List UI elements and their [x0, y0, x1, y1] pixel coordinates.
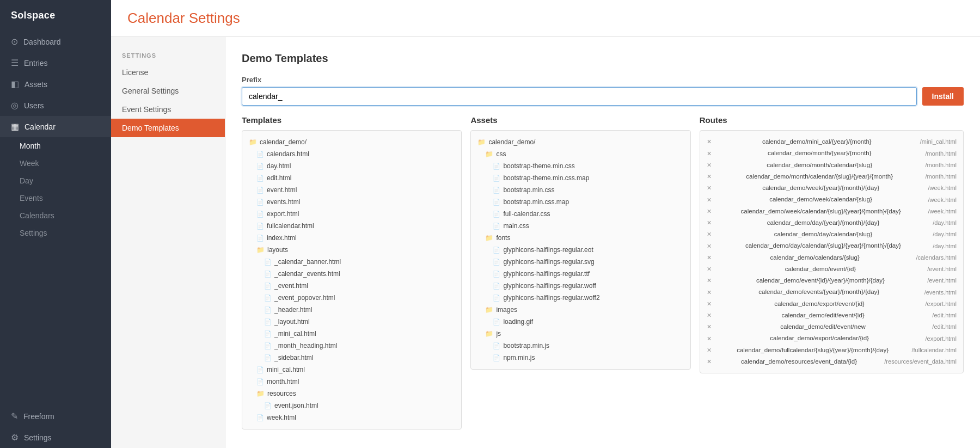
tree-item: 📄_event.html [249, 280, 455, 292]
route-path: calendar_demo/export/calendar/{id} [770, 334, 869, 343]
tree-item: 📄edit.html [249, 172, 455, 184]
route-row: ✕calendar_demo/month/calendar/{slug}/{ye… [707, 171, 957, 182]
tree-item-label: main.css [503, 221, 529, 231]
tree-item-label: bootstrap.min.css [503, 185, 554, 195]
route-file: /edit.html [932, 322, 957, 332]
nav-general[interactable]: General Settings [111, 82, 225, 100]
prefix-input[interactable] [242, 87, 917, 106]
route-file: /week.html [928, 183, 957, 193]
sidebar-sub-settings[interactable]: Settings [0, 224, 111, 242]
route-file: /export.html [926, 334, 957, 343]
tree-item: 📁calendar_demo/ [477, 136, 683, 148]
tree-item: 📄index.html [249, 232, 455, 244]
tree-item: 📄fullcalendar.html [249, 220, 455, 232]
tree-item: 📄month.html [249, 376, 455, 388]
file-icon: 📄 [264, 329, 272, 339]
file-icon: 📄 [264, 317, 272, 327]
tree-item: 📄bootstrap.min.css.map [477, 196, 683, 208]
tree-item-label: event.json.html [274, 401, 318, 410]
route-x-icon: ✕ [707, 288, 712, 297]
sidebar-sub-day[interactable]: Day [0, 172, 111, 189]
file-icon: 📄 [256, 234, 264, 243]
tree-item: 📄_mini_cal.html [249, 328, 455, 340]
tree-item: 📄glyphicons-halflings-regular.woff [477, 280, 683, 292]
install-button[interactable]: Install [922, 87, 964, 106]
tree-item-label: loading.gif [503, 317, 533, 327]
sidebar-sub-calendars[interactable]: Calendars [0, 207, 111, 224]
tree-item: 📄_event_popover.html [249, 292, 455, 304]
assets-icon: ◧ [11, 79, 19, 89]
route-path: calendar_demo/export/event/{id} [774, 299, 865, 309]
route-file: /week.html [928, 195, 957, 205]
sidebar-item-calendar[interactable]: ▦ Calendar [0, 116, 111, 137]
tree-item: 📁resources [249, 388, 455, 400]
routes-col-title: Routes [700, 115, 964, 125]
route-row: ✕calendar_demo/edit/event/{id}/edit.html [707, 310, 957, 321]
tree-item-label: export.html [267, 209, 299, 219]
file-icon: 📄 [264, 293, 272, 303]
file-icon: 📄 [493, 210, 500, 219]
route-path: calendar_demo/week/{year}/{month}/{day} [762, 183, 879, 193]
file-icon: 📄 [264, 269, 272, 279]
tree-item: 📁calendar_demo/ [249, 136, 455, 148]
sidebar: Solspace ⊙ Dashboard ☰ Entries ◧ Assets … [0, 0, 111, 448]
freeform-icon: ✎ [11, 411, 18, 421]
tree-item: 📄_month_heading.html [249, 340, 455, 352]
tree-item-label: calendar_demo/ [260, 137, 307, 147]
assets-tree: 📁calendar_demo/📁css📄bootstrap-theme.min.… [470, 130, 690, 370]
tree-item: 📄calendars.html [249, 148, 455, 160]
file-icon: 📄 [256, 210, 264, 219]
route-file: /week.html [928, 207, 957, 216]
sidebar-item-assets[interactable]: ◧ Assets [0, 73, 111, 95]
file-icon: 📄 [493, 186, 500, 195]
sidebar-item-settings[interactable]: ⚙ Settings [0, 427, 111, 448]
tree-item-label: _calendar_banner.html [274, 257, 341, 267]
route-row: ✕calendar_demo/export/calendar/{id}/expo… [707, 333, 957, 344]
tree-item-label: js [496, 329, 501, 339]
sidebar-sub-month[interactable]: Month [0, 137, 111, 155]
file-icon: 📄 [264, 305, 272, 315]
file-icon: 📄 [256, 150, 264, 159]
nav-event[interactable]: Event Settings [111, 100, 225, 119]
nav-license[interactable]: License [111, 63, 225, 82]
file-icon: 📄 [493, 257, 500, 267]
sidebar-item-freeform[interactable]: ✎ Freeform [0, 406, 111, 427]
tree-item: 📄main.css [477, 220, 683, 232]
sidebar-item-dashboard[interactable]: ⊙ Dashboard [0, 31, 111, 52]
route-x-icon: ✕ [707, 311, 712, 320]
tree-item: 📄glyphicons-halflings-regular.woff2 [477, 292, 683, 304]
file-icon: 📄 [493, 246, 500, 255]
route-x-icon: ✕ [707, 161, 712, 170]
assets-col-title: Assets [470, 115, 690, 125]
file-icon: 📄 [493, 281, 500, 291]
tree-item: 📄day.html [249, 160, 455, 172]
file-icon: 📄 [264, 401, 272, 410]
route-x-icon: ✕ [707, 242, 712, 251]
tree-item: 📄loading.gif [477, 316, 683, 328]
route-x-icon: ✕ [707, 322, 712, 332]
file-icon: 📄 [493, 317, 500, 327]
tree-item-label: mini_cal.html [267, 365, 305, 375]
route-file: /resources/event_data.html [884, 357, 957, 366]
sidebar-item-label: Users [24, 101, 44, 110]
sidebar-sub-events[interactable]: Events [0, 189, 111, 207]
tree-item-label: bootstrap.min.js [503, 341, 549, 351]
sidebar-item-entries[interactable]: ☰ Entries [0, 52, 111, 73]
templates-tree: 📁calendar_demo/📄calendars.html📄day.html📄… [242, 130, 462, 429]
nav-demo[interactable]: Demo Templates [111, 119, 225, 137]
route-row: ✕calendar_demo/mini_cal/{year}/{month}/m… [707, 136, 957, 148]
route-row: ✕calendar_demo/day/calendar/{slug}/{year… [707, 240, 957, 251]
route-path: calendar_demo/events/{year}/{month}/{day… [758, 287, 879, 297]
route-row: ✕calendar_demo/resources/event_data/{id}… [707, 356, 957, 367]
route-file: /fullcalendar.html [911, 346, 957, 355]
tree-item: 📄event.json.html [249, 400, 455, 412]
tree-item-label: glyphicons-halflings-regular.woff [503, 281, 596, 291]
route-x-icon: ✕ [707, 276, 712, 285]
folder-icon: 📁 [485, 305, 493, 315]
route-row: ✕calendar_demo/calendars/{slug}/calendar… [707, 252, 957, 263]
tree-item-label: glyphicons-halflings-regular.woff2 [503, 293, 599, 303]
sidebar-item-users[interactable]: ◎ Users [0, 95, 111, 116]
sidebar-item-label: Assets [24, 80, 47, 89]
tree-item: 📄_layout.html [249, 316, 455, 328]
sidebar-sub-week[interactable]: Week [0, 155, 111, 172]
